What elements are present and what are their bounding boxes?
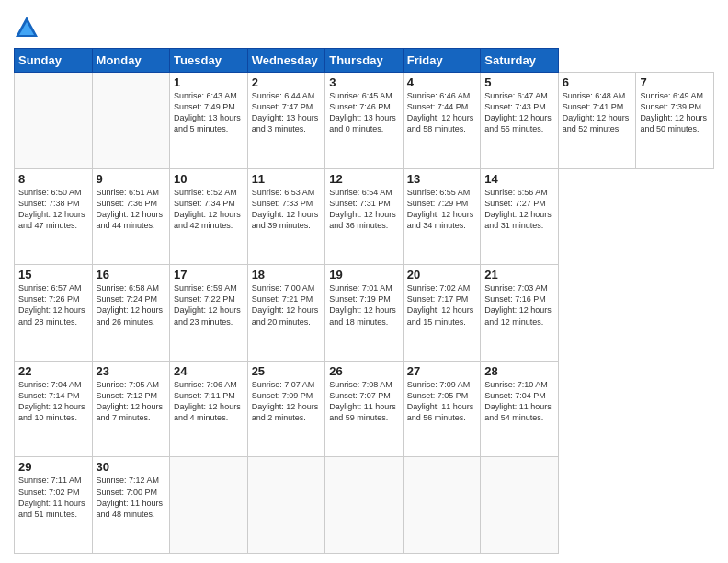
day-cell-11: 11 Sunrise: 6:53 AMSunset: 7:33 PMDaylig… xyxy=(247,168,325,265)
day-number: 12 xyxy=(329,172,399,186)
day-number: 14 xyxy=(484,172,554,186)
week-row-2: 8 Sunrise: 6:50 AMSunset: 7:38 PMDayligh… xyxy=(15,168,714,265)
day-number: 24 xyxy=(174,364,244,378)
day-cell-19: 19 Sunrise: 7:01 AMSunset: 7:19 PMDaylig… xyxy=(325,265,404,362)
day-cell-22: 22 Sunrise: 7:04 AMSunset: 7:14 PMDaylig… xyxy=(15,361,93,457)
weekday-header-row: SundayMondayTuesdayWednesdayThursdayFrid… xyxy=(15,49,714,73)
day-cell-6: 6 Sunrise: 6:48 AMSunset: 7:41 PMDayligh… xyxy=(558,73,636,169)
day-info: Sunrise: 6:45 AMSunset: 7:46 PMDaylight:… xyxy=(329,91,396,133)
day-number: 28 xyxy=(484,364,554,378)
logo-icon xyxy=(14,15,40,40)
day-number: 9 xyxy=(97,172,166,186)
day-number: 19 xyxy=(329,268,399,282)
day-cell-2: 2 Sunrise: 6:44 AMSunset: 7:47 PMDayligh… xyxy=(247,73,325,169)
day-number: 20 xyxy=(407,268,477,282)
day-info: Sunrise: 6:53 AMSunset: 7:33 PMDaylight:… xyxy=(252,188,319,230)
day-cell-7: 7 Sunrise: 6:49 AMSunset: 7:39 PMDayligh… xyxy=(636,73,714,169)
day-cell-5: 5 Sunrise: 6:47 AMSunset: 7:43 PMDayligh… xyxy=(481,73,559,169)
day-cell-25: 25 Sunrise: 7:07 AMSunset: 7:09 PMDaylig… xyxy=(247,361,325,457)
day-number: 25 xyxy=(252,364,322,378)
day-info: Sunrise: 6:58 AMSunset: 7:24 PMDaylight:… xyxy=(97,283,164,326)
day-cell-12: 12 Sunrise: 6:54 AMSunset: 7:31 PMDaylig… xyxy=(325,168,404,265)
day-number: 22 xyxy=(18,364,88,378)
day-cell-23: 23 Sunrise: 7:05 AMSunset: 7:12 PMDaylig… xyxy=(92,361,170,457)
day-number: 29 xyxy=(18,460,88,474)
empty-cell xyxy=(92,73,170,169)
day-cell-21: 21 Sunrise: 7:03 AMSunset: 7:16 PMDaylig… xyxy=(481,265,559,362)
page: SundayMondayTuesdayWednesdayThursdayFrid… xyxy=(0,0,728,563)
day-info: Sunrise: 6:43 AMSunset: 7:49 PMDaylight:… xyxy=(174,91,241,133)
day-info: Sunrise: 7:04 AMSunset: 7:14 PMDaylight:… xyxy=(18,380,85,422)
week-row-1: 1 Sunrise: 6:43 AMSunset: 7:49 PMDayligh… xyxy=(15,73,714,169)
calendar: SundayMondayTuesdayWednesdayThursdayFrid… xyxy=(14,48,714,554)
day-number: 4 xyxy=(407,75,477,89)
day-cell-20: 20 Sunrise: 7:02 AMSunset: 7:17 PMDaylig… xyxy=(403,265,481,362)
day-number: 5 xyxy=(484,75,554,89)
day-number: 11 xyxy=(252,172,322,186)
day-number: 8 xyxy=(18,172,88,186)
day-number: 21 xyxy=(484,268,554,282)
day-cell-15: 15 Sunrise: 6:57 AMSunset: 7:26 PMDaylig… xyxy=(15,265,93,362)
day-cell-9: 9 Sunrise: 6:51 AMSunset: 7:36 PMDayligh… xyxy=(92,168,170,265)
day-number: 10 xyxy=(174,172,244,186)
week-row-5: 29 Sunrise: 7:11 AMSunset: 7:02 PMDaylig… xyxy=(15,457,714,554)
day-info: Sunrise: 6:54 AMSunset: 7:31 PMDaylight:… xyxy=(329,188,396,230)
day-info: Sunrise: 6:46 AMSunset: 7:44 PMDaylight:… xyxy=(407,91,474,133)
week-row-3: 15 Sunrise: 6:57 AMSunset: 7:26 PMDaylig… xyxy=(15,265,714,362)
day-cell-26: 26 Sunrise: 7:08 AMSunset: 7:07 PMDaylig… xyxy=(325,361,404,457)
day-info: Sunrise: 7:07 AMSunset: 7:09 PMDaylight:… xyxy=(252,380,319,422)
day-cell-10: 10 Sunrise: 6:52 AMSunset: 7:34 PMDaylig… xyxy=(170,168,248,265)
weekday-header-wednesday: Wednesday xyxy=(247,49,325,73)
day-info: Sunrise: 7:01 AMSunset: 7:19 PMDaylight:… xyxy=(329,283,396,326)
day-info: Sunrise: 7:03 AMSunset: 7:16 PMDaylight:… xyxy=(484,283,552,326)
weekday-header-monday: Monday xyxy=(92,49,170,73)
day-info: Sunrise: 7:05 AMSunset: 7:12 PMDaylight:… xyxy=(97,380,164,422)
day-info: Sunrise: 6:59 AMSunset: 7:22 PMDaylight:… xyxy=(174,283,241,326)
day-number: 7 xyxy=(640,75,710,89)
day-cell-16: 16 Sunrise: 6:58 AMSunset: 7:24 PMDaylig… xyxy=(92,265,170,362)
day-cell-17: 17 Sunrise: 6:59 AMSunset: 7:22 PMDaylig… xyxy=(170,265,248,362)
weekday-header-friday: Friday xyxy=(403,49,481,73)
week-row-4: 22 Sunrise: 7:04 AMSunset: 7:14 PMDaylig… xyxy=(15,361,714,457)
day-number: 2 xyxy=(252,75,322,89)
empty-cell xyxy=(403,457,481,554)
day-info: Sunrise: 7:00 AMSunset: 7:21 PMDaylight:… xyxy=(252,283,319,326)
day-info: Sunrise: 7:08 AMSunset: 7:07 PMDaylight:… xyxy=(329,380,396,422)
empty-cell xyxy=(170,457,248,554)
day-info: Sunrise: 7:12 AMSunset: 7:00 PMDaylight:… xyxy=(97,476,164,518)
day-info: Sunrise: 7:06 AMSunset: 7:11 PMDaylight:… xyxy=(174,380,241,422)
day-cell-13: 13 Sunrise: 6:55 AMSunset: 7:29 PMDaylig… xyxy=(403,168,481,265)
day-number: 15 xyxy=(18,268,88,282)
day-cell-4: 4 Sunrise: 6:46 AMSunset: 7:44 PMDayligh… xyxy=(403,73,481,169)
day-number: 17 xyxy=(174,268,244,282)
day-number: 16 xyxy=(97,268,166,282)
day-info: Sunrise: 6:49 AMSunset: 7:39 PMDaylight:… xyxy=(640,91,707,133)
weekday-header-thursday: Thursday xyxy=(325,49,404,73)
day-info: Sunrise: 7:09 AMSunset: 7:05 PMDaylight:… xyxy=(407,380,474,422)
day-number: 13 xyxy=(407,172,477,186)
day-number: 26 xyxy=(329,364,399,378)
day-number: 3 xyxy=(329,75,399,89)
day-cell-30: 30 Sunrise: 7:12 AMSunset: 7:00 PMDaylig… xyxy=(92,457,170,554)
day-number: 27 xyxy=(407,364,477,378)
weekday-header-tuesday: Tuesday xyxy=(170,49,248,73)
weekday-header-saturday: Saturday xyxy=(481,49,559,73)
day-number: 18 xyxy=(252,268,322,282)
day-info: Sunrise: 7:10 AMSunset: 7:04 PMDaylight:… xyxy=(484,380,552,422)
empty-cell xyxy=(481,457,559,554)
weekday-header-sunday: Sunday xyxy=(15,49,93,73)
logo xyxy=(14,15,43,40)
day-info: Sunrise: 6:47 AMSunset: 7:43 PMDaylight:… xyxy=(484,91,552,133)
day-cell-27: 27 Sunrise: 7:09 AMSunset: 7:05 PMDaylig… xyxy=(403,361,481,457)
day-cell-24: 24 Sunrise: 7:06 AMSunset: 7:11 PMDaylig… xyxy=(170,361,248,457)
day-info: Sunrise: 6:50 AMSunset: 7:38 PMDaylight:… xyxy=(18,188,85,230)
day-info: Sunrise: 6:51 AMSunset: 7:36 PMDaylight:… xyxy=(97,188,164,230)
day-cell-14: 14 Sunrise: 6:56 AMSunset: 7:27 PMDaylig… xyxy=(481,168,559,265)
day-number: 6 xyxy=(563,75,632,89)
day-cell-18: 18 Sunrise: 7:00 AMSunset: 7:21 PMDaylig… xyxy=(247,265,325,362)
day-cell-29: 29 Sunrise: 7:11 AMSunset: 7:02 PMDaylig… xyxy=(15,457,93,554)
day-info: Sunrise: 6:56 AMSunset: 7:27 PMDaylight:… xyxy=(484,188,552,230)
header xyxy=(14,9,714,40)
empty-cell xyxy=(15,73,93,169)
day-cell-3: 3 Sunrise: 6:45 AMSunset: 7:46 PMDayligh… xyxy=(325,73,404,169)
